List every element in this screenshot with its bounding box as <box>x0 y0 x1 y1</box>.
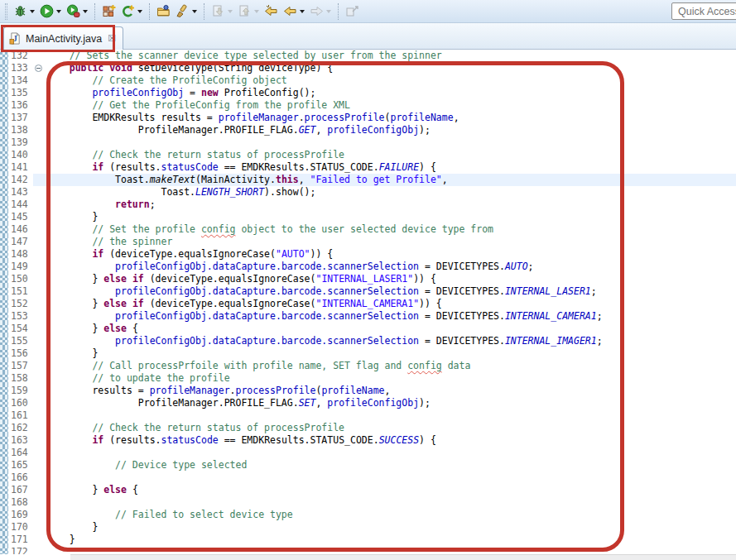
marker-bar[interactable] <box>0 447 8 459</box>
fold-column[interactable] <box>33 509 46 521</box>
code-text[interactable]: } <box>46 211 736 223</box>
fold-column[interactable] <box>33 496 46 509</box>
code-text[interactable]: } else { <box>46 323 736 335</box>
fold-column[interactable] <box>33 447 46 459</box>
collapse-icon[interactable] <box>35 65 42 72</box>
fold-column[interactable] <box>33 199 46 211</box>
code-text[interactable]: // Set the profile config object to the … <box>46 223 736 236</box>
code-text[interactable]: if (results.statusCode == EMDKResults.ST… <box>46 161 736 174</box>
marker-bar[interactable] <box>0 347 8 360</box>
dropdown-caret-icon[interactable] <box>228 10 233 13</box>
fold-column[interactable] <box>33 310 46 323</box>
code-text[interactable]: // Create the ProfileConfig object <box>46 74 736 87</box>
marker-bar[interactable] <box>0 50 8 62</box>
marker-bar[interactable] <box>0 273 8 285</box>
marker-bar[interactable] <box>0 149 8 161</box>
run-history-button[interactable] <box>65 2 89 21</box>
marker-bar[interactable] <box>0 112 8 124</box>
fold-column[interactable] <box>33 99 46 112</box>
code-text[interactable]: } <box>46 521 736 534</box>
fold-column[interactable] <box>33 298 46 310</box>
fold-column[interactable] <box>33 248 46 261</box>
code-text[interactable]: Toast.LENGTH_SHORT).show(); <box>46 186 736 199</box>
code-text[interactable]: // the spinner <box>46 236 736 248</box>
marker-bar[interactable] <box>0 335 8 347</box>
marker-bar[interactable] <box>0 211 8 223</box>
horizontal-scrollbar[interactable] <box>70 554 736 560</box>
code-text[interactable]: // Sets the scanner device type selected… <box>46 50 736 62</box>
marker-bar[interactable] <box>0 99 8 112</box>
link-with-editor-button[interactable] <box>344 2 361 21</box>
marker-bar[interactable] <box>0 310 8 323</box>
marker-bar[interactable] <box>0 199 8 211</box>
code-text[interactable] <box>46 546 736 554</box>
format-button[interactable] <box>174 2 199 21</box>
marker-bar[interactable] <box>0 372 8 385</box>
marker-bar[interactable] <box>0 496 8 509</box>
fold-column[interactable] <box>33 211 46 223</box>
dropdown-caret-icon[interactable] <box>56 10 61 13</box>
code-text[interactable]: // Get the ProfileConfig from the profil… <box>46 99 736 112</box>
fold-column[interactable] <box>33 50 46 62</box>
code-text[interactable]: ProfileManager.PROFILE_FLAG.SET, profile… <box>46 397 736 409</box>
code-text[interactable] <box>46 471 736 484</box>
code-text[interactable] <box>46 447 736 459</box>
dropdown-caret-icon[interactable] <box>30 10 35 13</box>
dropdown-caret-icon[interactable] <box>254 10 259 13</box>
marker-bar[interactable] <box>0 285 8 298</box>
marker-bar[interactable] <box>0 484 8 496</box>
code-text[interactable] <box>46 496 736 509</box>
marker-bar[interactable] <box>0 385 8 397</box>
marker-bar[interactable] <box>0 546 8 554</box>
back-button[interactable] <box>281 2 306 21</box>
marker-bar[interactable] <box>0 236 8 248</box>
tab-mainactivity-java[interactable]: J MainActivity.java ☒ <box>3 26 123 50</box>
fold-column[interactable] <box>33 87 46 99</box>
marker-bar[interactable] <box>0 174 8 186</box>
fold-column[interactable] <box>33 546 46 554</box>
marker-bar[interactable] <box>0 62 8 74</box>
fold-column[interactable] <box>33 186 46 199</box>
marker-bar[interactable] <box>0 261 8 273</box>
marker-bar[interactable] <box>0 87 8 99</box>
code-text[interactable] <box>46 409 736 422</box>
fold-column[interactable] <box>33 385 46 397</box>
fold-column[interactable] <box>33 409 46 422</box>
forward-button[interactable] <box>308 2 333 21</box>
marker-bar[interactable] <box>0 409 8 422</box>
fold-column[interactable] <box>33 534 46 546</box>
fold-column[interactable] <box>33 149 46 161</box>
fold-column[interactable] <box>33 521 46 534</box>
marker-bar[interactable] <box>0 161 8 174</box>
code-text[interactable]: profileConfigObj.dataCapture.barcode.sca… <box>46 285 736 298</box>
fold-column[interactable] <box>33 285 46 298</box>
marker-bar[interactable] <box>0 521 8 534</box>
code-text[interactable]: // Failed to select device type <box>46 509 736 521</box>
code-text[interactable]: profileConfigObj = new ProfileConfig(); <box>46 87 736 99</box>
code-text[interactable]: } <box>46 534 736 546</box>
fold-column[interactable] <box>33 62 46 74</box>
code-text[interactable]: ProfileManager.PROFILE_FLAG.GET, profile… <box>46 124 736 136</box>
code-text[interactable]: } else if (deviceType.equalsIgnoreCase("… <box>46 298 736 310</box>
code-text[interactable]: } else if (deviceType.equalsIgnoreCase("… <box>46 273 736 285</box>
marker-bar[interactable] <box>0 471 8 484</box>
code-text[interactable]: return; <box>46 199 736 211</box>
fold-column[interactable] <box>33 74 46 87</box>
marker-bar[interactable] <box>0 434 8 447</box>
marker-bar[interactable] <box>0 248 8 261</box>
marker-bar[interactable] <box>0 323 8 335</box>
code-text[interactable]: public void setDeviceType(String deviceT… <box>46 62 736 74</box>
debug-button[interactable] <box>12 2 36 21</box>
code-text[interactable]: profileConfigObj.dataCapture.barcode.sca… <box>46 261 736 273</box>
code-text[interactable]: Toast.makeText(MainActivity.this, "Faile… <box>46 174 736 186</box>
fold-column[interactable] <box>33 459 46 471</box>
code-text[interactable]: // Check the return status of processPro… <box>46 149 736 161</box>
code-text[interactable]: profileConfigObj.dataCapture.barcode.sca… <box>46 310 736 323</box>
next-annotation-button[interactable] <box>209 2 234 21</box>
marker-bar[interactable] <box>0 422 8 434</box>
dropdown-caret-icon[interactable] <box>192 10 197 13</box>
fold-column[interactable] <box>33 360 46 372</box>
code-text[interactable]: profileConfigObj.dataCapture.barcode.sca… <box>46 335 736 347</box>
fold-column[interactable] <box>33 161 46 174</box>
fold-column[interactable] <box>33 323 46 335</box>
